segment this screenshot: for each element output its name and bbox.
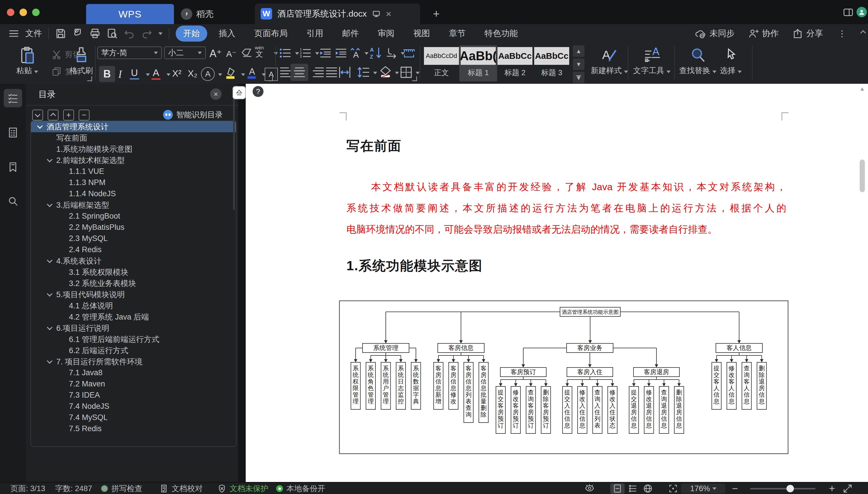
- increase-font-button[interactable]: A⁺: [209, 48, 222, 60]
- underline-button[interactable]: U: [130, 67, 139, 79]
- search-panel-icon[interactable]: [4, 192, 22, 211]
- word-count[interactable]: 字数: 2487: [55, 482, 92, 494]
- menu-tab-章节[interactable]: 章节: [441, 25, 473, 42]
- toc-item[interactable]: 2.3 MySQL: [31, 233, 236, 244]
- toc-item[interactable]: 4.2 管理系统 Java 后端: [31, 311, 236, 322]
- pinyin-dropdown-icon[interactable]: [274, 52, 278, 55]
- save-icon[interactable]: [55, 28, 66, 39]
- fit-selection-icon[interactable]: [666, 483, 680, 494]
- share-button[interactable]: 分享: [793, 28, 823, 39]
- numbered-list-icon[interactable]: 123: [299, 47, 312, 59]
- bullet-list-icon[interactable]: [279, 47, 292, 59]
- protection-button[interactable]: 文档未保护: [218, 482, 269, 494]
- tab-document[interactable]: W 酒店管理系统设计.docx ×: [255, 3, 420, 24]
- toc-item[interactable]: 6.项目运行说明: [31, 322, 236, 334]
- style-chip-标题 1[interactable]: AaBb(标题 1: [461, 47, 496, 78]
- toc-item[interactable]: 4.系统表设计: [31, 255, 236, 266]
- toc-item[interactable]: 2.前端技术框架选型: [31, 155, 236, 166]
- collaborate-button[interactable]: 协作: [748, 28, 779, 39]
- toc-item[interactable]: 1.1.4 NodeJS: [31, 188, 236, 200]
- paragraph-dialog-launcher[interactable]: [412, 76, 417, 81]
- text-tool-button[interactable]: A 文字工具: [630, 47, 673, 76]
- document-page[interactable]: ? 写在前面 本文档默认读者具备丰富的开发经验，了解 Java 开发基本知识，本…: [246, 84, 868, 482]
- new-style-button[interactable]: A 新建样式: [588, 47, 631, 76]
- close-window-button[interactable]: [7, 8, 14, 16]
- scroll-up-icon[interactable]: ▲: [859, 86, 866, 92]
- toc-item[interactable]: 4.1 总体说明: [31, 300, 236, 311]
- paragraph-shading-dropdown-icon[interactable]: [395, 72, 399, 74]
- menu-tab-开始[interactable]: 开始: [176, 25, 207, 42]
- split-panes-icon[interactable]: [843, 8, 853, 17]
- toc-scrollbar[interactable]: [233, 90, 235, 210]
- more-options-icon[interactable]: ⋮: [838, 29, 846, 38]
- paragraph-shading-icon[interactable]: [379, 65, 392, 78]
- toc-item[interactable]: 7.4 MySQL: [31, 412, 236, 423]
- vertical-scrollbar-thumb[interactable]: [860, 159, 865, 192]
- clear-format-icon[interactable]: [241, 48, 252, 58]
- zoom-slider-track[interactable]: [750, 488, 815, 489]
- font-size-select[interactable]: 小二: [164, 46, 206, 59]
- collapse-prev-icon[interactable]: [48, 110, 58, 120]
- redo-icon[interactable]: [141, 28, 152, 39]
- toc-item[interactable]: 5.项目代码模块说明: [31, 289, 236, 300]
- toc-panel-icon[interactable]: [4, 89, 22, 107]
- spell-check-button[interactable]: 拼写检查: [101, 482, 142, 494]
- font-name-select[interactable]: 苹方-简: [97, 46, 162, 59]
- bookmark-panel-icon[interactable]: [4, 158, 22, 176]
- decrease-indent-icon[interactable]: [319, 47, 332, 59]
- new-tab-button[interactable]: +: [430, 7, 443, 20]
- toc-item[interactable]: 2.4 Redis: [31, 244, 236, 255]
- proofread-button[interactable]: 文档校对: [160, 482, 203, 494]
- undo-icon[interactable]: [124, 28, 135, 39]
- find-replace-button[interactable]: 查找替换: [676, 47, 719, 76]
- toc-item[interactable]: 1.系统功能模块示意图: [31, 144, 236, 155]
- quick-access-dropdown-icon[interactable]: [159, 33, 163, 35]
- toc-item[interactable]: 1.1.1 VUE: [31, 166, 236, 177]
- menu-tab-视图[interactable]: 视图: [406, 25, 438, 42]
- char-shading-button[interactable]: A: [246, 66, 258, 79]
- zoom-window-button[interactable]: [32, 8, 40, 16]
- smart-toc-button[interactable]: 智能识别目录: [163, 110, 223, 120]
- minimize-window-button[interactable]: [19, 8, 27, 16]
- expand-next-icon[interactable]: [32, 110, 43, 120]
- menu-tab-审阅[interactable]: 审阅: [370, 25, 402, 42]
- numbered-dropdown-icon[interactable]: [315, 52, 319, 55]
- tab-ruler-icon[interactable]: [402, 48, 415, 59]
- menu-tab-特色功能[interactable]: 特色功能: [477, 25, 525, 42]
- gallery-up-icon[interactable]: ▲: [573, 45, 585, 57]
- increase-indent-icon[interactable]: [335, 47, 347, 59]
- pinyin-guide-button[interactable]: wén 文: [255, 45, 264, 58]
- paste-button[interactable]: ​粘贴: [12, 46, 43, 76]
- web-view-icon[interactable]: [641, 483, 655, 494]
- account-avatar[interactable]: [856, 7, 867, 17]
- style-chip-标题 2[interactable]: AaBbCc标题 2: [497, 47, 533, 78]
- collapse-ribbon-icon[interactable]: [861, 31, 865, 36]
- gallery-down-icon[interactable]: ▼: [573, 58, 585, 70]
- toc-item[interactable]: 7.1 Java8: [31, 367, 236, 378]
- toc-item[interactable]: 7.5 Redis: [31, 423, 236, 434]
- outline-view-icon[interactable]: [626, 483, 640, 494]
- menu-tab-页面布局[interactable]: 页面布局: [247, 25, 295, 42]
- paragraph-direction-icon[interactable]: [386, 47, 399, 59]
- toc-item[interactable]: 7.2 Maven: [31, 378, 236, 390]
- close-toc-panel-icon[interactable]: ×: [210, 88, 222, 100]
- zoom-level-select[interactable]: 176%: [681, 484, 725, 493]
- menu-tab-邮件[interactable]: 邮件: [335, 25, 366, 42]
- present-to-display-icon[interactable]: [372, 10, 381, 18]
- distribute-icon[interactable]: [338, 66, 351, 79]
- text-effects-dropdown-icon[interactable]: [218, 73, 222, 76]
- line-spacing-icon[interactable]: [357, 66, 370, 79]
- zoom-slider-knob[interactable]: [787, 485, 794, 492]
- zoom-in-button[interactable]: +: [829, 482, 835, 494]
- toc-item[interactable]: 3.后端框架选型: [31, 200, 236, 211]
- file-menu[interactable]: 文件: [25, 28, 42, 39]
- help-button[interactable]: ?: [253, 86, 263, 97]
- sync-status-button[interactable]: 未同步: [695, 28, 735, 39]
- toc-item[interactable]: 7.4 NodeJS: [31, 401, 236, 412]
- toc-item[interactable]: 酒店管理系统设计: [31, 121, 236, 132]
- character-scale-icon[interactable]: A: [350, 47, 362, 59]
- toc-item[interactable]: 3.1 系统权限模块: [31, 266, 236, 278]
- wps-home-button[interactable]: WPS: [86, 4, 174, 24]
- collapse-all-icon[interactable]: −: [79, 110, 90, 120]
- underline-dropdown-icon[interactable]: [146, 73, 150, 76]
